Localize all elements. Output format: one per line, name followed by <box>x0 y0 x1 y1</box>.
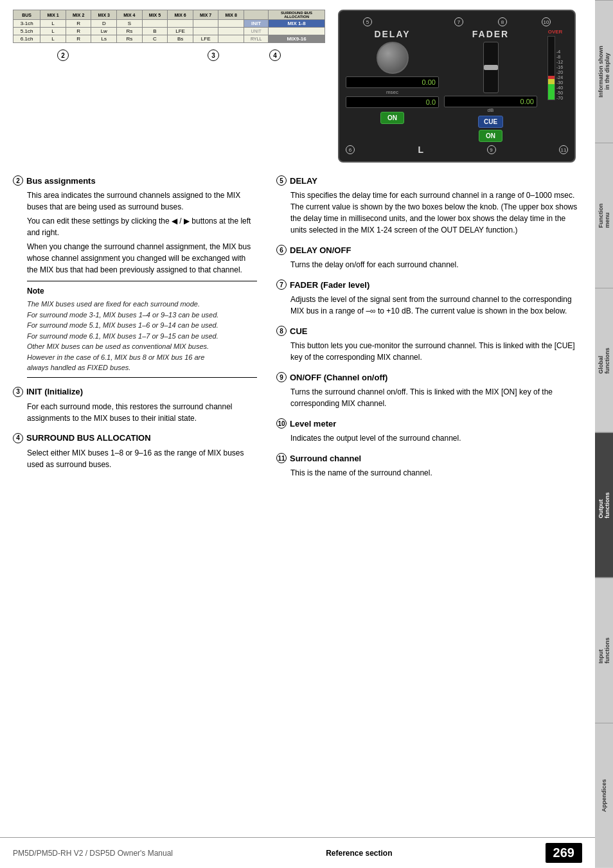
row2-mix1: L <box>40 28 66 35</box>
num-circle-8: 8 <box>276 326 287 336</box>
row3-mix8 <box>218 35 244 43</box>
section-fader: 7 FADER (Fader level) Adjusts the level … <box>276 279 582 317</box>
section-surround-bus: 4 SURROUND BUS ALLOCATION Select either … <box>13 433 257 470</box>
num-label-7: 7 <box>454 17 463 26</box>
delay-knob[interactable] <box>377 42 409 74</box>
table-header-mix3: MIX 3 <box>91 10 117 20</box>
delay-text: This specifies the delay time for each s… <box>290 190 582 236</box>
main-content: BUS MIX 1 MIX 2 MIX 3 MIX 4 MIX 5 MIX 6 … <box>0 0 595 520</box>
tab-function-menu[interactable]: Functionmenu <box>595 143 613 288</box>
num-circle-9: 9 <box>276 372 287 382</box>
scale-24: -24 <box>556 75 563 80</box>
row3-mix3: Ls <box>91 35 117 43</box>
row3-mix4: Rs <box>117 35 143 43</box>
diagram-right: 5 7 8 10 DELAY 0.00 <box>338 10 582 163</box>
table-header-mix4: MIX 4 <box>117 10 143 20</box>
scale-40: -40 <box>556 85 563 90</box>
num-circle-5: 5 <box>276 175 287 186</box>
footer-section-label: Reference section <box>326 849 392 858</box>
fader-text: Adjusts the level of the signal sent fro… <box>290 294 582 317</box>
channel-assignment-table: BUS MIX 1 MIX 2 MIX 3 MIX 4 MIX 5 MIX 6 … <box>13 10 325 43</box>
scale-8: -8 <box>556 55 563 59</box>
meter-fill-yellow <box>548 79 555 84</box>
row3-alloc[interactable]: MIX9-16 <box>269 35 325 43</box>
section-onoff: 9 ON/OFF (Channel on/off) Turns the surr… <box>276 372 582 409</box>
delay-on-btn[interactable]: ON <box>380 112 404 124</box>
row1-alloc[interactable]: MIX 1-8 <box>269 20 325 28</box>
scale-4: -4 <box>556 49 563 54</box>
level-meter-body: Indicates the output level of the surrou… <box>290 432 582 444</box>
surround-channel-body: This is the name of the surround channel… <box>290 467 582 479</box>
num-label-11: 11 <box>559 145 568 154</box>
cue-btn[interactable]: CUE <box>478 116 503 128</box>
onoff-title: 9 ON/OFF (Channel on/off) <box>276 372 582 382</box>
section-level-meter: 10 Level meter Indicates the output leve… <box>276 418 582 444</box>
note-text: The MIX buses used are fixed for each su… <box>27 299 257 373</box>
row2-mix5: B <box>142 28 168 35</box>
num-label-6: 6 <box>346 145 355 154</box>
delay-body: This specifies the delay time for each s… <box>290 190 582 236</box>
num-label-2: 2 <box>57 49 69 61</box>
row1-init[interactable]: INIT <box>244 20 269 28</box>
side-tabs: Information shownin the display Function… <box>595 0 613 868</box>
tab-output-functions[interactable]: Outputfunctions <box>595 432 613 578</box>
note-box: Note The MIX buses used are fixed for ea… <box>27 281 257 378</box>
bus-assignments-text1: This area indicates the surround channel… <box>27 190 257 213</box>
scale-16: -16 <box>556 65 563 69</box>
tab-input-functions[interactable]: Inputfunctions <box>595 578 613 723</box>
tab-info-display[interactable]: Information shownin the display <box>595 0 613 143</box>
device-mockup: 5 7 8 10 DELAY 0.00 <box>338 10 576 163</box>
fader-on-btn[interactable]: ON <box>479 130 502 142</box>
row1-mix3: D <box>91 20 117 28</box>
top-diagram-area: BUS MIX 1 MIX 2 MIX 3 MIX 4 MIX 5 MIX 6 … <box>13 10 582 163</box>
level-meter <box>547 36 555 100</box>
init-text: For each surround mode, this restores th… <box>27 401 257 424</box>
scale-70: -70 <box>556 96 563 100</box>
level-meter-text: Indicates the output level of the surrou… <box>290 432 582 444</box>
row2-mix4: Rs <box>117 28 143 35</box>
bus-assignments-text2: You can edit these settings by clicking … <box>27 215 257 238</box>
fader-value-display: 0.00 <box>444 96 537 107</box>
delay-sub-display: 0.0 <box>346 96 439 108</box>
cue-title: 8 CUE <box>276 326 582 336</box>
init-title: 3 INIT (Initialize) <box>13 387 257 397</box>
num-circle-4: 4 <box>13 433 23 443</box>
tab-appendices[interactable]: Appendices <box>595 723 613 868</box>
fader-handle[interactable] <box>484 65 498 70</box>
delay-onoff-title: 6 DELAY ON/OFF <box>276 245 582 255</box>
row1-mix4: S <box>117 20 143 28</box>
row3-ryll: RYLL <box>244 35 269 43</box>
col-right: 5 DELAY This specifies the delay time fo… <box>276 175 582 488</box>
fader-track[interactable] <box>483 42 499 93</box>
row1-mix7 <box>193 20 218 28</box>
row1-mix1: L <box>40 20 66 28</box>
tab-global-functions[interactable]: Globalfunctions <box>595 288 613 433</box>
footer-manual-title: PM5D/PM5D-RH V2 / DSP5D Owner's Manual <box>13 849 173 858</box>
table-header-mix8: MIX 8 <box>218 10 244 20</box>
table-header-init <box>244 10 269 20</box>
footer-page-number: 269 <box>546 843 582 863</box>
section-cue: 8 CUE This button lets you cue-monitor t… <box>276 326 582 363</box>
delay-onoff-text: Turns the delay on/off for each surround… <box>290 259 582 270</box>
scale-12: -12 <box>556 60 563 64</box>
level-meter-title: 10 Level meter <box>276 418 582 429</box>
table-header-mix5: MIX 5 <box>142 10 168 20</box>
num-label-5: 5 <box>363 17 372 26</box>
surround-bus-body: Select either MIX buses 1–8 or 9–16 as t… <box>27 447 257 470</box>
scale-50: -50 <box>556 91 563 95</box>
row1-mix8 <box>218 20 244 28</box>
num-circle-3: 3 <box>13 387 23 397</box>
row2-bus: 5.1ch <box>13 28 40 35</box>
num-label-9: 9 <box>487 145 496 154</box>
num-label-8: 8 <box>498 17 507 26</box>
table-header-mix7: MIX 7 <box>193 10 218 20</box>
section-bus-assignments: 2 Bus assignments This area indicates th… <box>13 175 257 378</box>
surround-channel-title: 11 Surround channel <box>276 453 582 463</box>
footer: PM5D/PM5D-RH V2 / DSP5D Owner's Manual R… <box>0 837 595 868</box>
row2-mix2: R <box>66 28 91 35</box>
meter-scale: -4 -8 -12 -16 -20 -24 -30 -40 -50 -70 <box>556 49 563 100</box>
two-col-layout: 2 Bus assignments This area indicates th… <box>13 175 582 488</box>
num-circle-2: 2 <box>13 175 23 186</box>
channel-name: L <box>418 145 423 155</box>
surround-bus-text: Select either MIX buses 1–8 or 9–16 as t… <box>27 447 257 470</box>
